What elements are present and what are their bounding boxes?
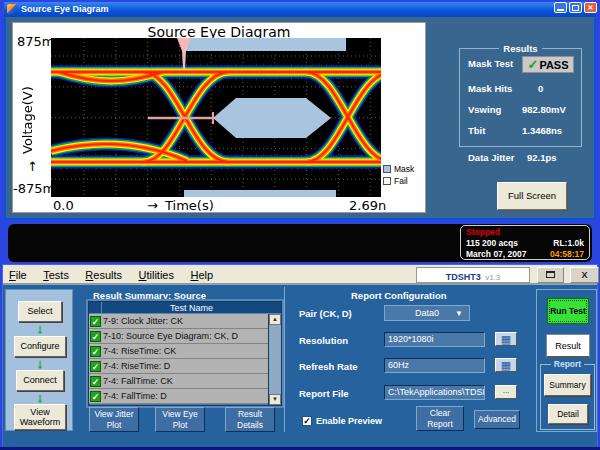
checkbox-checked-icon[interactable]: ✓ xyxy=(302,416,312,426)
pass-check-icon: ✓ xyxy=(90,391,101,402)
tdsht3-app-window: File Tests Results Utilities Help TDSHT3… xyxy=(2,264,598,448)
enable-preview-label: Enable Preview xyxy=(316,416,382,426)
y-axis-min-label: -875m xyxy=(13,181,55,196)
app-brand-badge: TDSHT3 v1.3 xyxy=(416,267,530,283)
detail-button[interactable]: Detail xyxy=(548,404,588,424)
menu-bar: File Tests Results Utilities Help TDSHT3… xyxy=(3,265,597,284)
scroll-down-icon[interactable]: ▼ xyxy=(269,394,281,405)
full-screen-button[interactable]: Full Screen xyxy=(497,182,567,210)
refresh-rate-label: Refresh Rate xyxy=(299,361,358,372)
pass-check-icon: ✓ xyxy=(527,57,538,72)
advanced-button[interactable]: Advanced xyxy=(474,410,520,429)
report-file-label: Report File xyxy=(299,388,349,399)
view-jitter-plot-button[interactable]: View Jitter Plot xyxy=(89,407,139,432)
mask-hits-value: 0 xyxy=(538,83,543,94)
menu-tests[interactable]: Tests xyxy=(37,266,75,281)
switch-window-button[interactable] xyxy=(537,267,564,283)
action-panel: Run Test Result Report Summary Detail xyxy=(536,289,597,432)
report-group-label: Report xyxy=(541,359,594,369)
acq-count: 115 200 acqs xyxy=(466,238,518,249)
flow-arrow-icon: ↓ xyxy=(32,323,48,335)
x-axis-label: Time(s) xyxy=(165,198,214,213)
table-row[interactable]: ✓7-4: RiseTime: CK xyxy=(89,344,268,359)
tbit-label: Tbit xyxy=(468,125,485,136)
summary-button[interactable]: Summary xyxy=(544,374,591,396)
table-header: Test Name xyxy=(89,302,281,314)
view-waveform-button[interactable]: View Waveform xyxy=(14,404,66,430)
pass-check-icon: ✓ xyxy=(90,316,101,327)
minimize-button[interactable] xyxy=(554,2,567,13)
mask-legend-label: Mask xyxy=(394,164,414,174)
brand-version: v1.3 xyxy=(485,273,500,282)
column-header-test-name: Test Name xyxy=(102,302,281,313)
record-length: RL:1.0k xyxy=(553,238,584,249)
table-row[interactable]: ✓7-9: Clock Jitter: CK xyxy=(89,314,268,329)
browse-button[interactable]: ... xyxy=(495,385,517,399)
fail-legend-swatch xyxy=(383,177,391,185)
data-jitter-value: 92.1ps xyxy=(527,152,557,163)
report-config-title: Report Configuration xyxy=(351,290,447,301)
scroll-up-icon[interactable]: ▲ xyxy=(269,314,281,325)
table-row[interactable]: ✓7-10: Source Eye Diagram: CK, D xyxy=(89,329,268,344)
report-file-input[interactable]: C:\TekApplications\TDSHT xyxy=(384,385,485,400)
refresh-rate-input[interactable]: 60Hz xyxy=(384,358,485,373)
acq-status: Stopped xyxy=(466,227,584,238)
app-close-button[interactable]: X xyxy=(570,267,599,283)
acquisition-status-box: Stopped 115 200 acqs RL:1.0k March 07, 2… xyxy=(460,225,590,260)
table-scrollbar[interactable]: ▲ ▼ xyxy=(268,314,281,405)
x-axis-min-label: 0.0 xyxy=(53,198,74,213)
resolution-label: Resolution xyxy=(299,335,348,346)
x-axis-arrow-icon: → xyxy=(147,198,158,213)
workflow-panel: Select ↓ Configure ↓ Connect ↓ View Wave… xyxy=(5,289,73,431)
results-title: Results xyxy=(460,43,581,54)
maximize-button[interactable] xyxy=(569,2,582,13)
mask-hits-label: Mask Hits xyxy=(468,83,512,94)
main-panel: Select ↓ Configure ↓ Connect ↓ View Wave… xyxy=(3,284,597,433)
clear-report-button[interactable]: Clear Report xyxy=(416,406,464,431)
x-axis-max-label: 2.69n xyxy=(349,198,386,213)
table-row[interactable]: ✓7-4: RiseTime: D xyxy=(89,359,268,374)
flow-arrow-icon: ↓ xyxy=(32,392,48,404)
connect-button[interactable]: Connect xyxy=(16,370,64,391)
acq-time: 04:58:17 xyxy=(550,249,584,260)
tbit-value: 1.3468ns xyxy=(522,125,562,136)
vswing-label: Vswing xyxy=(468,104,501,115)
keypad-icon[interactable]: ▦ xyxy=(495,332,517,346)
select-button[interactable]: Select xyxy=(18,301,62,322)
result-details-button[interactable]: Result Details xyxy=(225,407,275,432)
window-icon xyxy=(546,271,555,278)
menu-file[interactable]: File xyxy=(3,266,33,281)
close-button[interactable]: ✕ xyxy=(584,2,597,13)
result-summary-title: Result Summary: Source xyxy=(93,290,206,301)
acquisition-strip: Stopped 115 200 acqs RL:1.0k March 07, 2… xyxy=(8,224,592,262)
window-title: Source Eye Diagram xyxy=(21,4,109,14)
window-titlebar[interactable]: Source Eye Diagram ✕ xyxy=(4,2,596,17)
y-axis-max-label: 875m xyxy=(17,34,54,49)
menu-results[interactable]: Results xyxy=(79,266,128,281)
pass-check-icon: ✓ xyxy=(90,331,101,342)
data-jitter-label: Data Jitter xyxy=(468,152,514,163)
enable-preview-option[interactable]: ✓ Enable Preview xyxy=(302,416,382,426)
result-button[interactable]: Result xyxy=(546,334,590,358)
table-row[interactable]: ✓7-4: FallTime: CK xyxy=(89,374,268,389)
results-groupbox: Results Mask Test ✓PASS Mask Hits 0 Vswi… xyxy=(459,48,582,147)
pair-dropdown[interactable]: Data0 ▼ xyxy=(384,305,470,321)
pass-check-icon: ✓ xyxy=(90,346,101,357)
view-eye-plot-button[interactable]: View Eye Plot xyxy=(155,407,205,432)
configure-button[interactable]: Configure xyxy=(14,336,66,357)
run-test-button[interactable]: Run Test xyxy=(547,298,589,324)
flow-arrow-icon: ↓ xyxy=(32,358,48,370)
mask-legend-swatch xyxy=(383,165,391,173)
result-summary-table: Test Name ✓7-9: Clock Jitter: CK ✓7-10: … xyxy=(88,301,282,406)
pair-label: Pair (CK, D) xyxy=(299,308,352,319)
pass-check-icon: ✓ xyxy=(90,376,101,387)
keypad-icon[interactable]: ▦ xyxy=(495,358,517,372)
menu-utilities[interactable]: Utilities xyxy=(133,266,180,281)
table-row[interactable]: ✓7-4: FallTime: D xyxy=(89,389,268,404)
brand-name: TDSHT3 xyxy=(446,272,481,282)
acq-date: March 07, 2007 xyxy=(466,249,526,260)
menu-help[interactable]: Help xyxy=(184,266,219,281)
eye-diagram-window: Source Eye Diagram ✕ Source Eye Diagram … xyxy=(4,2,596,220)
resolution-input[interactable]: 1920*1080i xyxy=(384,332,485,347)
eye-diagram-plot[interactable] xyxy=(51,38,381,197)
